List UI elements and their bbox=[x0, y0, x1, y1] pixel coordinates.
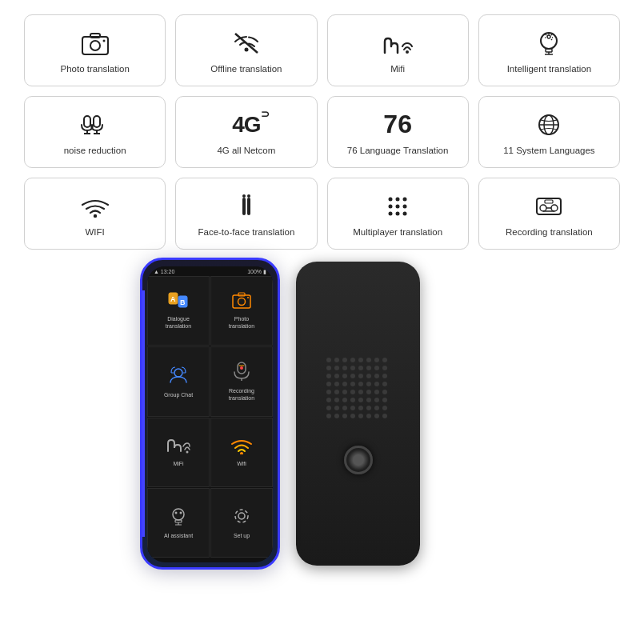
svg-point-69 bbox=[238, 513, 245, 519]
svg-point-27 bbox=[93, 214, 96, 217]
phone-ai-icon bbox=[168, 506, 189, 530]
speaker-dot bbox=[334, 366, 339, 370]
svg-point-64 bbox=[175, 512, 178, 514]
svg-point-63 bbox=[173, 509, 184, 520]
svg-point-11 bbox=[547, 35, 550, 38]
svg-text:B: B bbox=[180, 298, 186, 306]
mic-dual-icon bbox=[78, 110, 112, 140]
speaker-dot bbox=[334, 382, 339, 386]
speaker-dot bbox=[342, 390, 347, 394]
speaker-dot bbox=[382, 406, 387, 410]
feature-card-11-system: 11 System Languages bbox=[478, 96, 620, 168]
speaker-dot bbox=[358, 382, 363, 386]
speaker-dot bbox=[342, 406, 347, 410]
svg-point-1 bbox=[90, 41, 100, 50]
phone-photo-label: Phototranslation bbox=[229, 316, 254, 330]
phone-recording-label: Recordingtranslation bbox=[229, 388, 254, 402]
device-section: ▲ 13:20 100% ▮ A B Dialoguetranslati bbox=[0, 258, 644, 594]
svg-point-61 bbox=[186, 450, 189, 453]
feature-card-face-to-face: Face-to-face translation bbox=[175, 178, 317, 250]
speaker-dot bbox=[334, 414, 339, 418]
speaker-dot bbox=[366, 358, 371, 362]
svg-point-65 bbox=[180, 512, 182, 514]
phone-cell-mifi[interactable]: MiFi bbox=[147, 418, 210, 487]
multiplayer-icon bbox=[384, 191, 411, 222]
status-battery: 100% ▮ bbox=[247, 269, 266, 275]
speaker-dot bbox=[342, 398, 347, 402]
speaker-dot bbox=[382, 398, 387, 402]
feature-card-recording: Recording translation bbox=[478, 178, 620, 250]
speaker-dot bbox=[374, 406, 379, 410]
svg-line-16 bbox=[546, 34, 546, 35]
mifi-icon bbox=[380, 28, 415, 58]
svg-point-52 bbox=[238, 298, 246, 306]
svg-point-5 bbox=[244, 47, 248, 51]
phone-cell-recording[interactable]: Recordingtranslation bbox=[210, 346, 273, 416]
speaker-dot bbox=[358, 358, 363, 362]
speaker-dot bbox=[374, 358, 379, 362]
phone-dialogue-icon: A B bbox=[168, 292, 189, 314]
svg-point-38 bbox=[389, 211, 393, 215]
speaker-dot bbox=[350, 390, 355, 394]
speaker-dot bbox=[350, 366, 355, 370]
speaker-dot bbox=[350, 398, 355, 402]
speaker-dot bbox=[342, 358, 347, 362]
device-front: ▲ 13:20 100% ▮ A B Dialoguetranslati bbox=[140, 258, 280, 570]
wifi-label: WIFI bbox=[85, 226, 104, 238]
svg-point-3 bbox=[102, 39, 105, 42]
speaker-dot bbox=[374, 398, 379, 402]
svg-point-40 bbox=[403, 211, 407, 215]
speaker-dot bbox=[366, 398, 371, 402]
speaker-dot bbox=[382, 382, 387, 386]
speaker-dot bbox=[374, 382, 379, 386]
camera-lens bbox=[344, 446, 373, 474]
svg-point-35 bbox=[389, 204, 393, 208]
svg-text:A: A bbox=[170, 295, 176, 303]
phone-group-chat-label: Group Chat bbox=[164, 392, 193, 398]
speaker-dot bbox=[374, 374, 379, 378]
phone-cell-photo[interactable]: Phototranslation bbox=[210, 276, 273, 346]
svg-point-30 bbox=[242, 194, 246, 198]
phone-setup-label: Set up bbox=[234, 533, 250, 539]
svg-point-59 bbox=[240, 366, 243, 370]
speaker-dot bbox=[326, 414, 331, 418]
phone-cell-dialogue[interactable]: A B Dialoguetranslation bbox=[147, 276, 210, 346]
speaker-dot bbox=[326, 390, 331, 394]
svg-rect-29 bbox=[247, 198, 250, 215]
recording-icon bbox=[534, 191, 564, 222]
svg-point-33 bbox=[396, 197, 400, 201]
mifi-label: Mifi bbox=[390, 63, 405, 75]
feature-card-intelligent: Intelligent translation bbox=[478, 14, 620, 86]
speaker-dot bbox=[342, 382, 347, 386]
4g-icon: 4G ⊃ bbox=[232, 110, 260, 140]
speaker-dot bbox=[326, 398, 331, 402]
svg-point-62 bbox=[240, 452, 243, 454]
noise-reduction-label: noise reduction bbox=[64, 145, 126, 157]
speaker-dot bbox=[342, 414, 347, 418]
speaker-dot bbox=[366, 382, 371, 386]
speaker-dot bbox=[374, 366, 379, 370]
speaker-dot bbox=[350, 406, 355, 410]
phone-cell-setup[interactable]: Set up bbox=[210, 488, 273, 558]
svg-point-42 bbox=[540, 205, 546, 211]
phone-cell-ai[interactable]: AI assistant bbox=[147, 488, 210, 558]
speaker-dot bbox=[366, 390, 371, 394]
speaker-dot bbox=[350, 374, 355, 378]
speaker-dot bbox=[382, 366, 387, 370]
speaker-dot bbox=[382, 390, 387, 394]
svg-line-15 bbox=[551, 39, 552, 40]
speaker-dot bbox=[342, 374, 347, 378]
4g-label: 4G all Netcom bbox=[217, 145, 275, 157]
svg-rect-8 bbox=[546, 49, 552, 52]
speaker-grille bbox=[326, 358, 390, 422]
brain-icon bbox=[535, 28, 562, 58]
camera-icon bbox=[81, 28, 110, 58]
phone-cell-wifi[interactable]: Wifi bbox=[210, 418, 273, 487]
svg-rect-66 bbox=[175, 520, 182, 522]
phone-cell-group-chat[interactable]: Group Chat bbox=[147, 346, 210, 416]
face-to-face-label: Face-to-face translation bbox=[198, 226, 294, 238]
status-wifi: ▲ 13:20 bbox=[154, 269, 174, 275]
speaker-dot bbox=[366, 366, 371, 370]
phone-mifi-icon bbox=[166, 437, 190, 458]
multiplayer-label: Multiplayer translation bbox=[353, 226, 442, 238]
